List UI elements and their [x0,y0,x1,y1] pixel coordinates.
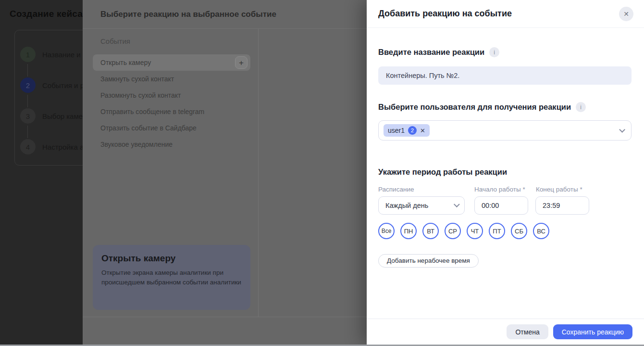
step-1-indicator: 1 [20,47,36,62]
period-heading-row: Укажите период работы реакции [378,167,632,177]
day-toggle-fri[interactable]: ПТ [489,223,505,239]
step-3-label: Выбор камер [42,112,87,120]
add-event-button[interactable]: + [235,56,248,69]
page-title: Создание кейса [10,9,83,19]
modal-body: Введите название реакции i Выберите поль… [367,47,644,268]
modal-header: Добавить реакцию на событие ✕ [367,0,644,28]
user-select-label: Выберите пользователя для получения реак… [378,103,571,112]
day-toggle-sun[interactable]: ВС [533,223,549,239]
stepper-step-4[interactable]: 4 Настройка а [20,139,84,154]
event-card-title: Открыть камеру [101,253,242,264]
end-time-input[interactable] [535,196,589,215]
schedule-label: Расписание [378,186,474,193]
step-3-indicator: 3 [20,108,36,124]
schedule-select-value: Каждый день [385,202,428,209]
step-4-label: Настройка а [42,143,84,151]
schedule-field-labels: Расписание Начало работы * Конец работы … [378,186,632,193]
start-time-label: Начало работы * [474,186,536,193]
reaction-name-label-row: Введите название реакции i [378,47,632,57]
schedule-select[interactable]: Каждый день [378,196,465,215]
step-1-label: Название и в [42,51,87,59]
event-card-description: Открытие экрана камеры аналитики при про… [101,268,242,287]
select-reaction-dialog: Выберите реакцию на выбранное событие Со… [83,0,367,346]
event-item-sound-notification[interactable]: Звуковое уведомление [93,136,250,153]
add-downtime-button[interactable]: Добавить нерабочее время [378,254,479,268]
modal-title: Добавить реакцию на событие [378,9,512,19]
start-time-input[interactable] [474,196,528,215]
remove-user-icon[interactable]: ✕ [420,127,425,134]
save-reaction-button[interactable]: Сохранить реакцию [553,324,632,339]
event-item-telegram-message[interactable]: Отправить сообщение в telegram [93,103,250,120]
dialog-title: Выберите реакцию на выбранное событие [100,10,276,19]
period-section-label: Укажите период работы реакции [378,167,507,177]
user-chip-name: user1 [388,127,405,134]
events-list-header: События [100,37,130,45]
event-item-label: Открыть камеру [100,59,151,66]
chevron-down-icon [454,201,460,207]
day-toggle-all[interactable]: Все [378,223,395,239]
event-item-open-camera[interactable]: Открыть камеру + [93,54,250,71]
event-item-open-dry-contact[interactable]: Разомкнуть сухой контакт [93,87,250,103]
event-description-card: Открыть камеру Открытие экрана камеры ан… [93,245,250,310]
day-toggle-mon[interactable]: ПН [400,223,417,239]
plus-icon: + [239,58,244,67]
info-icon[interactable]: i [489,47,499,57]
reaction-name-label: Введите название реакции [378,48,484,57]
step-connector [27,64,28,77]
event-item-sidebar-event[interactable]: Отразить событие в Сайдбаре [93,120,250,136]
user-select[interactable]: user1 2 ✕ [378,120,632,141]
day-toggle-wed[interactable]: СР [445,223,461,239]
stepper-step-2[interactable]: 2 События и р [20,77,84,93]
step-4-indicator: 4 [20,139,36,154]
user-chip: user1 2 ✕ [384,124,430,137]
cancel-button[interactable]: Отмена [507,324,548,339]
schedule-controls-row: Каждый день [378,196,632,215]
weekday-toggles: Все ПН ВТ СР ЧТ ПТ СБ ВС [378,223,632,239]
stepper-step-3[interactable]: 3 Выбор камер [20,108,87,124]
dialog-divider [258,29,259,317]
step-2-label: События и р [42,81,84,90]
step-connector [27,126,28,138]
events-list: Открыть камеру + Замкнуть сухой контакт … [93,54,250,153]
chevron-down-icon [619,127,625,133]
info-icon[interactable]: i [576,102,586,112]
dialog-footer-divider [83,317,367,317]
reaction-name-input[interactable] [378,66,632,85]
screen: Создание кейса 1 Название и в 2 События … [0,0,644,346]
user-chip-count-badge: 2 [408,126,417,135]
day-toggle-sat[interactable]: СБ [511,223,527,239]
stepper-step-1[interactable]: 1 Название и в [20,47,87,62]
day-toggle-thu[interactable]: ЧТ [467,223,483,239]
step-connector [27,95,28,107]
close-icon: ✕ [623,10,629,18]
day-toggle-tue[interactable]: ВТ [422,223,439,239]
event-item-close-dry-contact[interactable]: Замкнуть сухой контакт [93,71,250,87]
dialog-header: Выберите реакцию на выбранное событие [83,0,367,29]
end-time-label: Конец работы * [536,186,594,193]
step-2-indicator: 2 [20,77,36,93]
add-reaction-modal: Добавить реакцию на событие ✕ Введите на… [367,0,644,345]
modal-footer: Отмена Сохранить реакцию [367,319,644,345]
user-select-label-row: Выберите пользователя для получения реак… [378,102,632,112]
close-button[interactable]: ✕ [619,7,633,21]
